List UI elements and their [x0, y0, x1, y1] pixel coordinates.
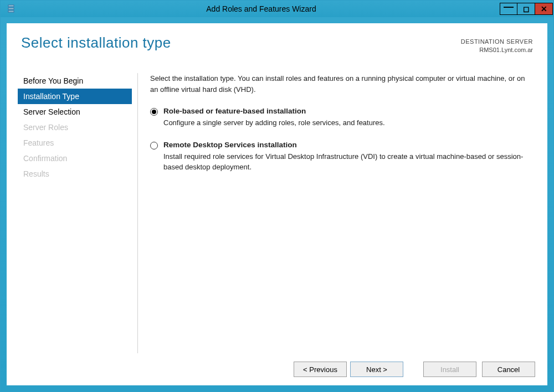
previous-button[interactable]: < Previous — [294, 362, 347, 377]
intro-text: Select the installation type. You can in… — [150, 73, 533, 95]
step-features: Features — [18, 135, 132, 151]
destination-value: RMS01.Lynt.com.ar — [461, 46, 533, 54]
option-rds-title: Remote Desktop Services installation — [163, 141, 533, 149]
next-button[interactable]: Next > — [350, 362, 403, 377]
server-icon — [7, 4, 16, 13]
content-pane: Select the installation type. You can in… — [138, 73, 533, 353]
destination-block: DESTINATION SERVER RMS01.Lynt.com.ar — [461, 34, 533, 68]
step-server-roles: Server Roles — [18, 120, 132, 135]
wizard-window: Add Roles and Features Wizard — ◻ ✕ Sele… — [0, 0, 554, 392]
page-title: Select installation type — [21, 34, 171, 68]
body-frame: Select installation type DESTINATION SER… — [1, 17, 553, 391]
main-area: Before You Begin Installation Type Serve… — [7, 68, 547, 353]
footer-buttons: < Previous Next > Install Cancel — [7, 353, 547, 385]
step-server-selection[interactable]: Server Selection — [18, 104, 132, 120]
svg-rect-1 — [8, 8, 14, 9]
option-role-based[interactable]: Role-based or feature-based installation… — [150, 107, 533, 128]
close-button[interactable]: ✕ — [535, 3, 553, 15]
option-role-based-desc: Configure a single server by adding role… — [163, 117, 385, 128]
radio-rds[interactable] — [150, 142, 158, 149]
step-results: Results — [18, 166, 132, 182]
step-installation-type[interactable]: Installation Type — [18, 89, 132, 104]
install-button: Install — [423, 362, 476, 377]
app-icon — [1, 4, 23, 13]
svg-rect-2 — [8, 11, 14, 12]
close-icon: ✕ — [541, 5, 547, 13]
maximize-button[interactable]: ◻ — [517, 3, 535, 15]
step-before-you-begin[interactable]: Before You Begin — [18, 73, 132, 89]
window-title: Add Roles and Features Wizard — [23, 4, 500, 13]
option-rds[interactable]: Remote Desktop Services installation Ins… — [150, 141, 533, 173]
option-role-based-title: Role-based or feature-based installation — [163, 107, 385, 115]
minimize-button[interactable]: — — [500, 3, 517, 15]
destination-label: DESTINATION SERVER — [461, 38, 533, 46]
maximize-icon: ◻ — [523, 5, 530, 13]
svg-rect-0 — [8, 5, 14, 7]
step-confirmation: Confirmation — [18, 151, 132, 166]
option-rds-desc: Install required role services for Virtu… — [163, 151, 533, 173]
wizard-steps: Before You Begin Installation Type Serve… — [21, 73, 138, 353]
cancel-button[interactable]: Cancel — [482, 362, 535, 377]
window-controls: — ◻ ✕ — [500, 3, 553, 15]
wizard-inner: Select installation type DESTINATION SER… — [7, 23, 547, 385]
minimize-icon: — — [504, 2, 514, 12]
radio-role-based[interactable] — [150, 108, 158, 116]
header-row: Select installation type DESTINATION SER… — [7, 23, 547, 68]
titlebar: Add Roles and Features Wizard — ◻ ✕ — [1, 1, 553, 17]
